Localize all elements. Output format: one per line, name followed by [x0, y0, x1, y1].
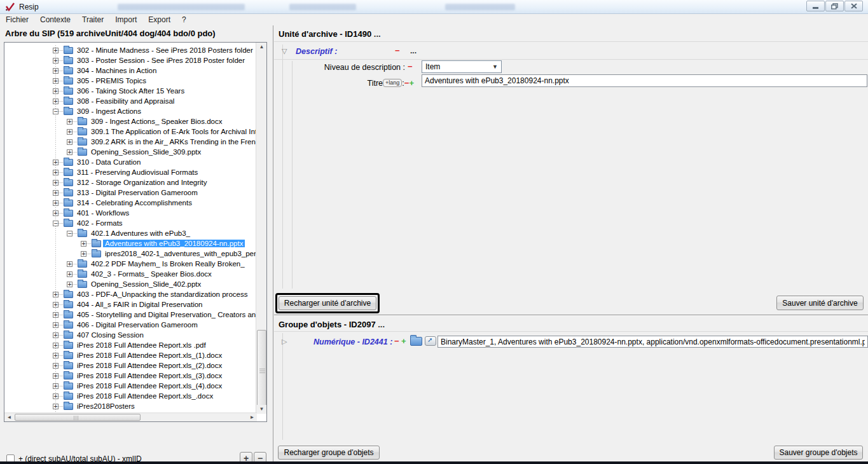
scroll-down-button[interactable]: ▼	[257, 405, 266, 414]
collapse-icon[interactable]: −	[53, 221, 59, 226]
tree-item[interactable]: +311 - Preserving Audiovisual Formats	[4, 167, 256, 177]
tree-item[interactable]: +Opening_Session_Slide_309.pptx	[4, 147, 256, 157]
level-select[interactable]: Item ▼	[422, 60, 502, 73]
expand-icon[interactable]: +	[67, 271, 72, 277]
expand-icon[interactable]: +	[67, 119, 72, 125]
expand-chevron-icon[interactable]: ▷	[282, 338, 287, 346]
scroll-up-button[interactable]: ▲	[257, 43, 266, 51]
tree-item[interactable]: +305 - PREMIS Topics	[4, 76, 256, 86]
menu-item[interactable]: Export	[142, 15, 176, 25]
expand-icon[interactable]: +	[53, 302, 59, 308]
menu-item[interactable]: ?	[176, 15, 192, 25]
tree-item[interactable]: +iPres2018Posters	[4, 401, 256, 411]
expand-icon[interactable]: +	[53, 190, 59, 196]
add-title-button[interactable]: +	[409, 78, 414, 88]
tree-item[interactable]: +308 - Feasibility and Appraisal	[4, 96, 256, 106]
expand-icon[interactable]: +	[67, 139, 72, 145]
tree-item[interactable]: +312 - Storage Organization and Integrit…	[4, 177, 256, 188]
tree-item[interactable]: +404 - All_s FAIR in Digital Preservatio…	[4, 299, 256, 310]
menu-item[interactable]: Fichier	[0, 15, 34, 25]
tree-item[interactable]: +309.1 The Application of E-Ark Tools fo…	[4, 126, 256, 137]
tree-item[interactable]: +303 - Poster Session - See iPres 2018 P…	[4, 55, 256, 65]
expand-icon[interactable]: +	[53, 68, 59, 74]
object-group-more-button[interactable]: ...	[378, 320, 385, 329]
remove-level-button[interactable]: −	[408, 62, 413, 71]
binary-object-input[interactable]	[437, 336, 868, 348]
tree-item[interactable]: +iPres 2018 Full Attendee Report.xls .pd…	[4, 340, 256, 350]
expand-icon[interactable]: +	[53, 322, 59, 328]
remove-version-button[interactable]: −	[394, 336, 399, 346]
menu-item[interactable]: Import	[109, 15, 142, 25]
tree-item[interactable]: +405 - Storytelling and Digital Preserva…	[4, 310, 256, 320]
expand-icon[interactable]: +	[53, 363, 59, 369]
tree-item[interactable]: +314 - Celebrating Accomplishments	[4, 198, 256, 208]
reload-archive-unit-button[interactable]: Recharger unité d'archive	[279, 296, 376, 310]
expand-icon[interactable]: +	[53, 393, 59, 399]
expand-icon[interactable]: +	[53, 404, 59, 409]
descriptif-more-button[interactable]: ...	[410, 46, 417, 55]
open-file-icon[interactable]	[425, 336, 436, 346]
archive-unit-more-button[interactable]: ...	[374, 29, 381, 39]
add-version-button[interactable]: +	[401, 336, 406, 346]
expand-icon[interactable]: +	[53, 48, 59, 53]
expand-icon[interactable]: +	[53, 332, 59, 338]
tree-item[interactable]: +402.2 PDF Mayhem_ Is Broken Really Brok…	[4, 259, 256, 269]
tree-item[interactable]: +403 - PDF-A_Unpacking the standardizati…	[4, 289, 256, 299]
open-containing-folder-icon[interactable]	[410, 337, 422, 346]
tree-item[interactable]: +309.2 ARK is in the Air_ ARKs Trending …	[4, 137, 256, 147]
tree-item[interactable]: +313 - Digital Preservation Gameroom	[4, 188, 256, 198]
expand-icon[interactable]: +	[53, 180, 59, 186]
expand-icon[interactable]: +	[53, 383, 59, 389]
tree-item[interactable]: +406 - Digital Preservation Gameroom	[4, 320, 256, 330]
expand-icon[interactable]: +	[53, 88, 59, 94]
collapse-icon[interactable]: −	[53, 109, 59, 114]
tree-item[interactable]: +407 Closing Session	[4, 330, 256, 340]
expand-icon[interactable]: +	[53, 200, 59, 206]
expand-icon[interactable]: +	[67, 129, 72, 135]
restore-button[interactable]	[825, 1, 844, 11]
tree-item[interactable]: +310 - Data Curation	[4, 157, 256, 167]
close-button[interactable]	[844, 1, 863, 11]
expand-icon[interactable]: +	[81, 251, 86, 257]
tree-item[interactable]: +401 - Workflows	[4, 208, 256, 218]
reload-object-group-button[interactable]: Recharger groupe d'objets	[278, 446, 380, 460]
expand-icon[interactable]: +	[67, 261, 72, 267]
tree-item[interactable]: +iPres 2018 Full Attendee Report.xls_(2)…	[4, 360, 256, 371]
collapse-chevron-icon[interactable]: ▽	[282, 47, 287, 55]
tree-item[interactable]: +iPres 2018 Full Attendee Report.xls_.do…	[4, 391, 256, 401]
expand-icon[interactable]: +	[53, 160, 59, 165]
tree-item[interactable]: +ipres2018_402-1_adventures_with_epub3_p…	[4, 249, 256, 259]
vertical-scroll-thumb[interactable]	[257, 330, 266, 411]
tree-item[interactable]: +306 - Taking Stock After 15 Years	[4, 86, 256, 96]
expand-icon[interactable]: +	[53, 312, 59, 318]
tree-item[interactable]: +309 - Ingest Actions_ Speaker Bios.docx	[4, 116, 256, 126]
vertical-scrollbar[interactable]: ▲ ▼	[256, 43, 266, 414]
add-lang-button[interactable]: +lang	[383, 79, 402, 87]
expand-icon[interactable]: +	[67, 149, 72, 155]
save-object-group-button[interactable]: Sauver groupe d'objets	[774, 446, 863, 460]
minimize-button[interactable]	[806, 1, 825, 11]
remove-descriptif-button[interactable]: −	[395, 46, 400, 55]
tree-item[interactable]: +iPres 2018 Full Attendee Report.xls_(1)…	[4, 350, 256, 360]
expand-icon[interactable]: +	[53, 343, 59, 348]
save-archive-unit-button[interactable]: Sauver unité d'archive	[776, 296, 864, 310]
tree-item[interactable]: +iPres 2018 Full Attendee Report.xls_(3)…	[4, 371, 256, 381]
tree-item[interactable]: −309 - Ingest Actions	[4, 106, 256, 116]
menu-item[interactable]: Contexte	[34, 15, 76, 25]
expand-icon[interactable]: +	[67, 282, 72, 287]
tree-item[interactable]: +304 - Machines in Action	[4, 65, 256, 76]
tree-item[interactable]: +302 - Minute Madness - See iPres 2018 P…	[4, 45, 256, 55]
expand-icon[interactable]: +	[53, 210, 59, 216]
expand-icon[interactable]: +	[53, 99, 59, 104]
horizontal-scroll-thumb[interactable]	[15, 414, 141, 421]
tree-item[interactable]: +iPres 2018 Full Attendee Report.xls_(4)…	[4, 381, 256, 391]
tree-item[interactable]: −402.1 Adventures with ePub3_	[4, 228, 256, 238]
horizontal-scrollbar[interactable]: ◄ ►	[4, 413, 257, 421]
expand-icon[interactable]: +	[53, 170, 59, 175]
scroll-left-button[interactable]: ◄	[4, 413, 14, 421]
expand-icon[interactable]: +	[53, 78, 59, 84]
tree-item[interactable]: +402_3 - Formats_ Speaker Bios.docx	[4, 269, 256, 279]
expand-icon[interactable]: +	[53, 58, 59, 64]
tree-item[interactable]: +Adventures with ePub3_20180924-nn.pptx	[4, 238, 256, 249]
expand-icon[interactable]: +	[53, 292, 59, 297]
